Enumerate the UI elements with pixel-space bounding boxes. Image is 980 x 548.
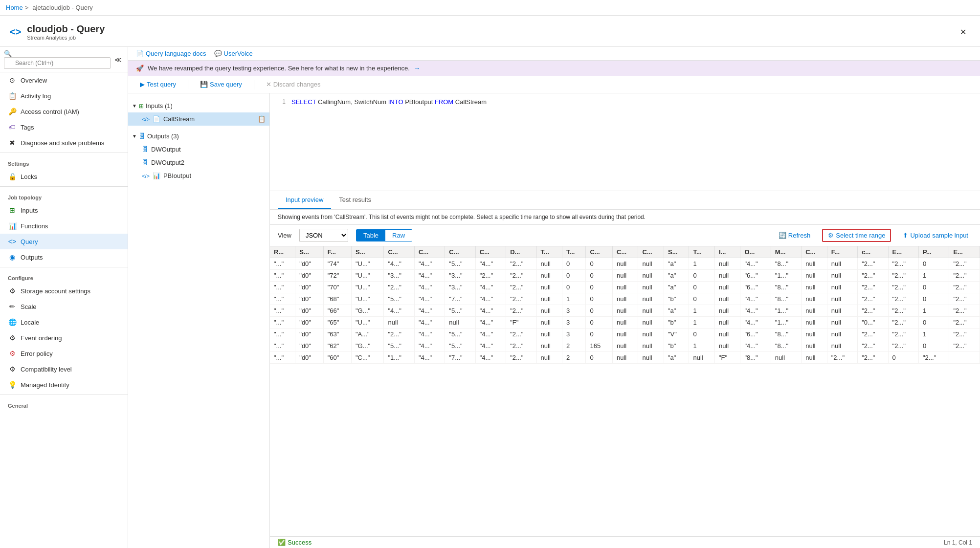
uservoice-icon: 💬 bbox=[214, 50, 222, 57]
sidebar-item-activity-log[interactable]: 📋 Activity log bbox=[0, 88, 128, 104]
table-cell: "d0" bbox=[295, 305, 323, 317]
table-cell: null bbox=[827, 270, 857, 282]
table-cell: 1 bbox=[689, 340, 714, 352]
table-column-header: D... bbox=[506, 246, 536, 258]
table-cell: "U..." bbox=[351, 317, 384, 329]
notification-link[interactable]: → bbox=[414, 65, 420, 72]
table-cell: "2..." bbox=[858, 329, 888, 340]
select-time-range-button[interactable]: ⚙ Select time range bbox=[822, 229, 891, 242]
panel-subtitle: Stream Analytics job bbox=[27, 35, 105, 41]
table-cell: 0 bbox=[562, 282, 586, 293]
general-section-header: General bbox=[0, 397, 128, 411]
sidebar-item-managed-identity[interactable]: 💡 Managed Identity bbox=[0, 377, 128, 393]
table-cell: 1 bbox=[562, 293, 586, 305]
table-cell: null bbox=[714, 258, 740, 270]
panel-title-icon: <> bbox=[10, 26, 21, 38]
sidebar-item-access-control[interactable]: 🔑 Access control (IAM) bbox=[0, 104, 128, 119]
dwoutput2-item[interactable]: 🗄 DWOutput2 bbox=[128, 156, 269, 169]
table-cell: null bbox=[802, 317, 827, 329]
table-cell: 1 bbox=[918, 305, 949, 317]
table-cell: "..." bbox=[270, 329, 295, 340]
functions-icon: 📊 bbox=[8, 222, 17, 230]
table-cell: "2..." bbox=[888, 317, 918, 329]
table-cell: 1 bbox=[689, 258, 714, 270]
table-cell: "2..." bbox=[888, 270, 918, 282]
sidebar-item-event-ordering[interactable]: ⚙ Event ordering bbox=[0, 330, 128, 346]
table-cell: "4..." bbox=[475, 282, 506, 293]
table-cell: "b" bbox=[664, 293, 689, 305]
inputs-tree-header[interactable]: ▼ ⊞ Inputs (1) bbox=[128, 99, 269, 112]
sidebar-item-diagnose[interactable]: ✖ Diagnose and solve problems bbox=[0, 135, 128, 151]
dwoutput2-icon: 🗄 bbox=[142, 159, 148, 166]
table-cell: "2..." bbox=[949, 340, 980, 352]
table-cell: 165 bbox=[586, 340, 613, 352]
tab-test-results[interactable]: Test results bbox=[331, 191, 379, 209]
sidebar-item-tags[interactable]: 🏷 Tags bbox=[0, 119, 128, 135]
save-query-button[interactable]: 💾 Save query bbox=[196, 79, 246, 90]
upload-sample-button[interactable]: ⬆ Upload sample input bbox=[899, 230, 972, 241]
table-cell: 0 bbox=[562, 258, 586, 270]
breadcrumb-home[interactable]: Home bbox=[6, 4, 23, 11]
search-input[interactable] bbox=[4, 57, 111, 69]
sidebar-collapse-button[interactable]: ≪ bbox=[112, 54, 124, 66]
table-cell: 1 bbox=[689, 305, 714, 317]
table-column-header: C... bbox=[802, 246, 827, 258]
table-cell: "2..." bbox=[949, 282, 980, 293]
table-cell: "4..." bbox=[740, 258, 771, 270]
table-cell: "3..." bbox=[445, 282, 475, 293]
view-toggle-group: Table Raw bbox=[356, 229, 412, 241]
outputs-tree-header[interactable]: ▼ 🗄 Outputs (3) bbox=[128, 130, 269, 143]
table-column-header: T... bbox=[562, 246, 586, 258]
sidebar-item-locks[interactable]: 🔒 Locks bbox=[0, 169, 128, 184]
sidebar-item-functions[interactable]: 📊 Functions bbox=[0, 218, 128, 234]
table-column-header: F... bbox=[827, 246, 857, 258]
inputs-chevron-icon: ▼ bbox=[132, 103, 137, 109]
sidebar-item-compatibility[interactable]: ⚙ Compatibility level bbox=[0, 361, 128, 377]
test-query-button[interactable]: ▶ Test query bbox=[136, 79, 180, 90]
table-cell: "a" bbox=[664, 305, 689, 317]
table-cell: "2..." bbox=[888, 329, 918, 340]
table-cell: "2..." bbox=[506, 258, 536, 270]
results-table-container[interactable]: R...S...F...S...C...C...C...C...D...T...… bbox=[270, 246, 980, 536]
sidebar-item-scale[interactable]: ✏ Scale bbox=[0, 299, 128, 314]
sidebar-item-error-policy[interactable]: ⚙ Error policy bbox=[0, 346, 128, 361]
tab-input-preview[interactable]: Input preview bbox=[278, 191, 331, 209]
discard-changes-button[interactable]: ✕ Discard changes bbox=[262, 79, 325, 90]
table-cell: "4..." bbox=[414, 258, 445, 270]
table-cell: "2..." bbox=[506, 329, 536, 340]
table-toggle-button[interactable]: Table bbox=[356, 230, 385, 241]
pbioutput-item[interactable]: </> 📊 PBIoutput bbox=[128, 169, 269, 182]
table-cell: 0 bbox=[586, 258, 613, 270]
table-cell: "2..." bbox=[888, 340, 918, 352]
table-column-header: S... bbox=[664, 246, 689, 258]
dwoutput-item[interactable]: 🗄 DWOutput bbox=[128, 143, 269, 156]
table-cell: "d0" bbox=[295, 317, 323, 329]
table-cell: "a" bbox=[664, 258, 689, 270]
table-column-header: C... bbox=[613, 246, 638, 258]
raw-toggle-button[interactable]: Raw bbox=[385, 230, 412, 241]
sidebar-item-storage[interactable]: ⚙ Storage account settings bbox=[0, 283, 128, 299]
table-cell: "U..." bbox=[351, 293, 384, 305]
sidebar-item-inputs[interactable]: ⊞ Inputs bbox=[0, 202, 128, 218]
refresh-button[interactable]: 🔄 Refresh bbox=[775, 230, 815, 241]
left-panel: ▼ ⊞ Inputs (1) </> 📄 CallStream 📋 bbox=[128, 93, 270, 548]
sidebar-item-query[interactable]: <> Query bbox=[0, 234, 128, 249]
table-cell: null bbox=[536, 340, 562, 352]
search-icon: 🔍 bbox=[4, 50, 12, 57]
table-cell: 0 bbox=[586, 305, 613, 317]
table-cell: "4..." bbox=[740, 305, 771, 317]
table-cell: "d0" bbox=[295, 352, 323, 364]
query-editor[interactable]: 1 SELECT CallingNum, SwitchNum INTO PBIo… bbox=[270, 93, 980, 191]
table-cell: null bbox=[536, 293, 562, 305]
callstream-item[interactable]: </> 📄 CallStream 📋 bbox=[128, 112, 269, 126]
uservoice-link[interactable]: 💬 UserVoice bbox=[214, 50, 253, 57]
view-select[interactable]: JSON CSV AVRO bbox=[299, 229, 348, 242]
close-button[interactable]: ✕ bbox=[956, 25, 970, 39]
sidebar-item-overview[interactable]: ⊙ Overview bbox=[0, 72, 128, 88]
query-language-docs-link[interactable]: 📄 Query language docs bbox=[136, 50, 206, 57]
table-cell: "74" bbox=[323, 258, 351, 270]
sidebar-item-outputs[interactable]: ◉ Outputs bbox=[0, 249, 128, 265]
sidebar-item-locale[interactable]: 🌐 Locale bbox=[0, 314, 128, 330]
table-cell: 0 bbox=[586, 293, 613, 305]
table-column-header: E... bbox=[888, 246, 918, 258]
